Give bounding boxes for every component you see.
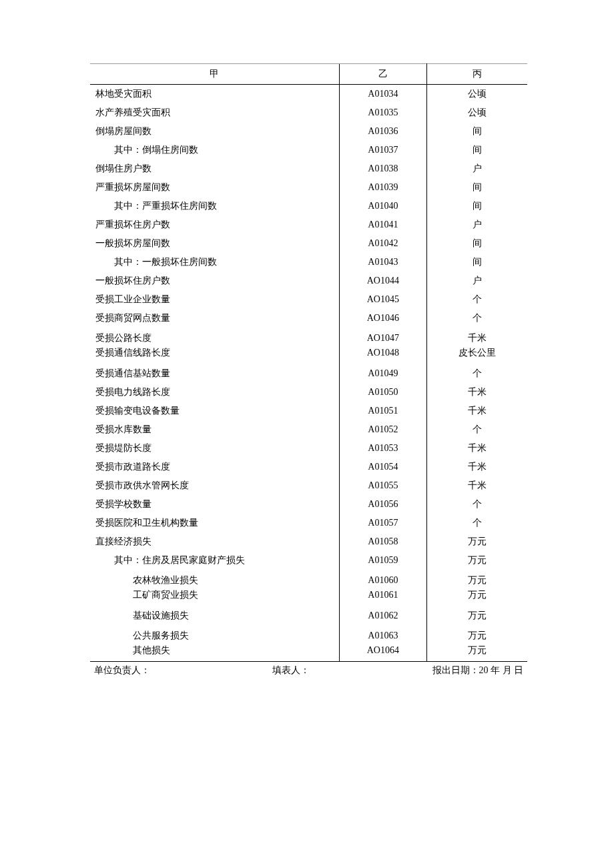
table-row: 其中：倒塌住房间数A01037间 xyxy=(90,141,527,159)
row-unit: 户 xyxy=(426,215,527,234)
row-unit: 个 xyxy=(426,309,527,328)
row-code: A01060A01061 xyxy=(339,570,426,606)
row-label: 倒塌住房户数 xyxy=(90,159,339,178)
row-label: 其中：倒塌住房间数 xyxy=(90,141,339,159)
table-row: 受损水库数量A01052个 xyxy=(90,420,527,439)
data-table: 甲乙丙林地受灾面积A01034公顷水产养殖受灾面积A01035公顷倒塌房屋间数A… xyxy=(90,63,527,662)
row-label: 受损学校数量 xyxy=(90,495,339,514)
table-row: 农林牧渔业损失工矿商贸业损失A01060A01061万元万元 xyxy=(90,570,527,606)
row-unit: 千米 xyxy=(426,476,527,495)
row-unit: 千米 xyxy=(426,402,527,420)
row-unit: 户 xyxy=(426,272,527,290)
row-label: 农林牧渔业损失工矿商贸业损失 xyxy=(90,570,339,606)
row-unit: 间 xyxy=(426,253,527,272)
footer-date: 报出日期：20 年 月 日 xyxy=(432,665,524,677)
row-code: A01053 xyxy=(339,439,426,458)
row-label: 严重损坏房屋间数 xyxy=(90,178,339,197)
footer-responsible: 单位负责人： xyxy=(94,665,150,677)
row-code: A01062 xyxy=(339,606,426,625)
row-label: 水产养殖受灾面积 xyxy=(90,103,339,122)
row-unit: 千米 xyxy=(426,383,527,402)
row-label: 倒塌房屋间数 xyxy=(90,122,339,141)
row-label: 一般损坏房屋间数 xyxy=(90,234,339,253)
row-label: 受损输变电设备数量 xyxy=(90,402,339,420)
table-row: 基础设施损失A01062万元 xyxy=(90,606,527,625)
table-row: 受损公路长度受损通信线路长度AO1047AO1048千米皮长公里 xyxy=(90,328,527,364)
table-row: 受损工业企业数量AO1045个 xyxy=(90,290,527,309)
row-unit: 户 xyxy=(426,159,527,178)
row-label: 受损堤防长度 xyxy=(90,439,339,458)
row-code: AO1046 xyxy=(339,309,426,328)
row-unit: 万元 xyxy=(426,532,527,551)
row-unit: 间 xyxy=(426,197,527,215)
row-code: A01058 xyxy=(339,532,426,551)
table-row: 受损商贸网点数量AO1046个 xyxy=(90,309,527,328)
row-label: 受损医院和卫生机构数量 xyxy=(90,514,339,532)
row-code: A01035 xyxy=(339,103,426,122)
row-label: 其中：严重损坏住房间数 xyxy=(90,197,339,215)
row-code: A01050 xyxy=(339,383,426,402)
row-code: A01034 xyxy=(339,85,426,104)
header-cell-yi: 乙 xyxy=(339,64,426,85)
row-unit: 公顷 xyxy=(426,85,527,104)
table-row: 水产养殖受灾面积A01035公顷 xyxy=(90,103,527,122)
table-header-row: 甲乙丙 xyxy=(90,64,527,85)
row-unit: 万元万元 xyxy=(426,570,527,606)
row-code: A01056 xyxy=(339,495,426,514)
row-unit: 个 xyxy=(426,495,527,514)
row-label: 受损工业企业数量 xyxy=(90,290,339,309)
row-code: A01037 xyxy=(339,141,426,159)
table-row: 其中：住房及居民家庭财产损失A01059万元 xyxy=(90,551,527,570)
header-cell-jia: 甲 xyxy=(90,64,339,85)
table-row: 严重损坏房屋间数A01039间 xyxy=(90,178,527,197)
row-unit: 个 xyxy=(426,420,527,439)
table-row: 受损堤防长度A01053千米 xyxy=(90,439,527,458)
row-unit: 万元万元 xyxy=(426,625,527,662)
row-code: A01049 xyxy=(339,364,426,383)
row-code: A01039 xyxy=(339,178,426,197)
row-unit: 千米 xyxy=(426,439,527,458)
table-row: 受损学校数量A01056个 xyxy=(90,495,527,514)
row-unit: 个 xyxy=(426,364,527,383)
footer-row: 单位负责人： 填表人： 报出日期：20 年 月 日 xyxy=(90,662,527,677)
row-unit: 万元 xyxy=(426,551,527,570)
row-code: A01057 xyxy=(339,514,426,532)
row-label: 公共服务损失其他损失 xyxy=(90,625,339,662)
row-label: 基础设施损失 xyxy=(90,606,339,625)
row-code: A01043 xyxy=(339,253,426,272)
row-code: A01059 xyxy=(339,551,426,570)
row-code: A01038 xyxy=(339,159,426,178)
row-unit: 间 xyxy=(426,122,527,141)
row-code: A01054 xyxy=(339,458,426,476)
row-label: 受损公路长度受损通信线路长度 xyxy=(90,328,339,364)
row-label: 受损水库数量 xyxy=(90,420,339,439)
table-row: 一般损坏住房户数AO1044户 xyxy=(90,272,527,290)
row-unit: 间 xyxy=(426,234,527,253)
row-code: AO1044 xyxy=(339,272,426,290)
row-label: 受损商贸网点数量 xyxy=(90,309,339,328)
header-cell-bing: 丙 xyxy=(426,64,527,85)
row-code: A01036 xyxy=(339,122,426,141)
row-unit: 公顷 xyxy=(426,103,527,122)
row-label: 受损市政道路长度 xyxy=(90,458,339,476)
table-row: 严重损坏住房户数A01041户 xyxy=(90,215,527,234)
row-label: 其中：一般损坏住房间数 xyxy=(90,253,339,272)
table-row: 公共服务损失其他损失A01063AO1064万元万元 xyxy=(90,625,527,662)
table-row: 受损市政供水管网长度A01055千米 xyxy=(90,476,527,495)
table-row: 受损输变电设备数量A01051千米 xyxy=(90,402,527,420)
table-row: 受损通信基站数量A01049个 xyxy=(90,364,527,383)
row-label: 受损市政供水管网长度 xyxy=(90,476,339,495)
table-row: 倒塌房屋间数A01036间 xyxy=(90,122,527,141)
row-code: A01063AO1064 xyxy=(339,625,426,662)
table-row: 受损医院和卫生机构数量A01057个 xyxy=(90,514,527,532)
table-row: 直接经济损失A01058万元 xyxy=(90,532,527,551)
row-label: 林地受灾面积 xyxy=(90,85,339,104)
row-label: 其中：住房及居民家庭财产损失 xyxy=(90,551,339,570)
row-unit: 个 xyxy=(426,514,527,532)
row-label: 直接经济损失 xyxy=(90,532,339,551)
table-row: 一般损坏房屋间数A01042间 xyxy=(90,234,527,253)
row-label: 严重损坏住房户数 xyxy=(90,215,339,234)
row-unit: 个 xyxy=(426,290,527,309)
row-code: AO1045 xyxy=(339,290,426,309)
row-unit: 千米皮长公里 xyxy=(426,328,527,364)
